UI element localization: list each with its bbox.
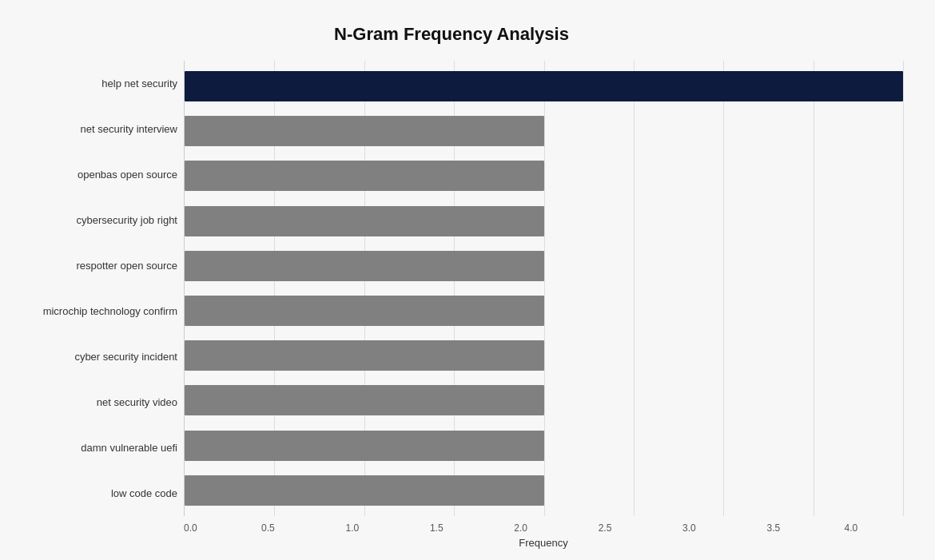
x-axis: 0.00.51.01.52.02.53.03.54.0 bbox=[184, 516, 903, 534]
chart-title: N-Gram Frequency Analysis bbox=[0, 16, 903, 45]
bar-secondary bbox=[185, 251, 544, 281]
y-axis-label: openbas open source bbox=[78, 152, 177, 197]
y-axis-label: low code code bbox=[111, 471, 177, 516]
y-axis-label: help net security bbox=[101, 61, 177, 106]
bar-row bbox=[185, 381, 903, 419]
y-axis-label: cyber security incident bbox=[74, 334, 177, 379]
bar-row bbox=[185, 112, 903, 150]
x-axis-label: Frequency bbox=[184, 534, 903, 549]
y-axis-label: net security interview bbox=[81, 106, 177, 152]
bar-primary bbox=[185, 71, 903, 101]
bar-secondary bbox=[185, 475, 544, 506]
bar-row bbox=[185, 202, 903, 240]
bar-row bbox=[185, 427, 903, 465]
x-tick: 3.0 bbox=[682, 522, 696, 534]
bar-secondary bbox=[185, 431, 544, 461]
bar-row bbox=[185, 336, 903, 375]
bar-row bbox=[185, 247, 903, 285]
x-tick: 0.0 bbox=[184, 522, 197, 534]
chart-area: help net securitynet security interviewo… bbox=[0, 61, 903, 477]
x-tick: 4.0 bbox=[845, 522, 858, 534]
bar-secondary bbox=[185, 385, 544, 415]
bar-secondary bbox=[185, 206, 544, 236]
x-tick: 1.5 bbox=[430, 522, 444, 534]
bar-secondary bbox=[185, 116, 544, 146]
bar-secondary bbox=[185, 296, 544, 326]
chart-container: N-Gram Frequency Analysis help net secur… bbox=[0, 0, 935, 560]
bars-section: help net securitynet security interviewo… bbox=[0, 61, 903, 516]
y-axis-label: cybersecurity job right bbox=[77, 197, 177, 243]
bar-row bbox=[185, 292, 903, 330]
x-tick: 2.5 bbox=[599, 522, 612, 534]
x-tick: 0.5 bbox=[261, 522, 275, 534]
bar-secondary bbox=[185, 161, 544, 191]
x-tick: 1.0 bbox=[345, 522, 359, 534]
y-axis-label: respotter open source bbox=[77, 243, 177, 288]
x-tick: 2.0 bbox=[514, 522, 527, 534]
bar-row bbox=[185, 471, 903, 510]
bar-row bbox=[185, 67, 903, 105]
grid-line bbox=[903, 61, 904, 516]
bar-row bbox=[185, 157, 903, 195]
y-axis-label: damn vulnerable uefi bbox=[81, 425, 177, 471]
bars-and-grid bbox=[184, 61, 903, 516]
x-tick: 3.5 bbox=[767, 522, 781, 534]
bars-wrapper bbox=[185, 61, 903, 516]
y-axis-label: net security video bbox=[97, 379, 177, 425]
y-axis-labels: help net securitynet security interviewo… bbox=[0, 61, 184, 516]
bar-secondary bbox=[185, 340, 544, 371]
y-axis-label: microchip technology confirm bbox=[43, 288, 177, 334]
x-ticks: 0.00.51.01.52.02.53.03.54.0 bbox=[184, 522, 871, 534]
